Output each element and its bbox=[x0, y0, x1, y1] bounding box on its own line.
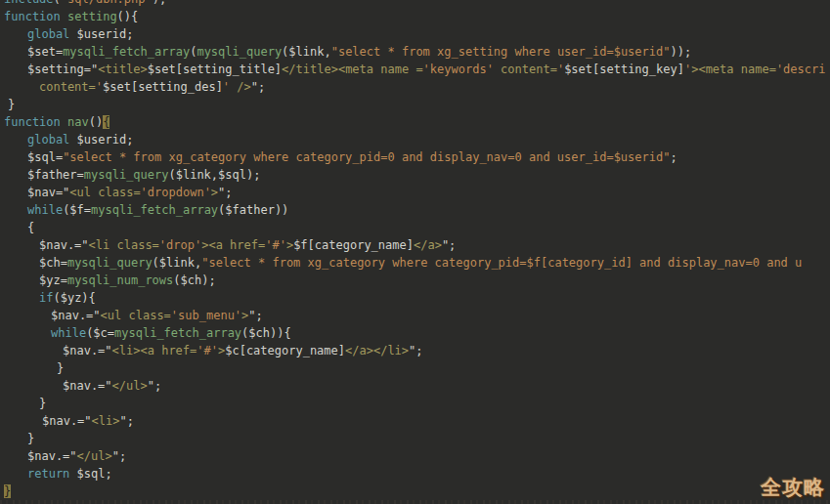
code-token-tag: /> bbox=[230, 80, 251, 94]
code-token-tag: </title><meta name = bbox=[282, 63, 423, 76]
code-token-plain: $userid; bbox=[77, 27, 134, 41]
code-token-keyword: while bbox=[51, 326, 86, 340]
code-token-tag: <ul class= bbox=[101, 309, 171, 322]
code-line: $nav.="<ul class='sub_menu'>"; bbox=[4, 307, 830, 324]
code-token-keyword: global bbox=[27, 133, 77, 147]
code-token-plain: $setting=" bbox=[27, 63, 98, 76]
code-token-tag: </a> bbox=[414, 238, 442, 252]
code-token-plain: } bbox=[8, 98, 15, 111]
code-token-plain: ($link,$sql); bbox=[169, 168, 261, 182]
code-line: $nav.="<li>"; bbox=[4, 412, 830, 430]
watermark: 全攻略 bbox=[761, 474, 825, 501]
code-token-plain: ($yz){ bbox=[53, 291, 95, 305]
code-line: while($c=mysqli_fetch_array($ch)){ bbox=[4, 324, 830, 342]
code-token-plain: "; bbox=[112, 449, 126, 463]
code-line: } bbox=[4, 96, 830, 113]
code-token-plain: ($link, bbox=[282, 45, 331, 59]
code-token-plain: (){ bbox=[117, 10, 139, 23]
code-line: global $userid; bbox=[4, 25, 830, 43]
code-line: $father=mysqli_query($link,$sql); bbox=[4, 166, 830, 184]
code-token-keyword: global bbox=[27, 27, 77, 41]
code-token-tag: </ul> bbox=[77, 449, 112, 463]
code-token-plain: $c[category_name] bbox=[225, 344, 345, 357]
code-token-plain: $nav=" bbox=[27, 186, 69, 199]
code-token-tag: <title> bbox=[98, 63, 148, 76]
code-token-tag: <li class= bbox=[89, 238, 159, 252]
code-token-plain: "; bbox=[119, 414, 133, 428]
matched-bracket: } bbox=[4, 484, 11, 498]
code-token-plain: "; bbox=[442, 238, 456, 252]
code-token-keyword: function bbox=[4, 115, 67, 129]
code-token-plain: ($c= bbox=[86, 326, 114, 340]
code-token-plain: $nav.=" bbox=[63, 379, 112, 393]
code-line: global $userid; bbox=[4, 131, 830, 148]
code-line: } bbox=[4, 359, 830, 377]
code-token-plain: "; bbox=[409, 344, 422, 357]
code-token-tag: <li> bbox=[92, 414, 120, 428]
code-token-plain: "; bbox=[251, 80, 265, 94]
code-token-string: "select * from xg_category where categor… bbox=[63, 150, 670, 164]
code-token-plain: () bbox=[89, 115, 103, 129]
code-token-plain: )); bbox=[670, 45, 691, 59]
code-token-plain: ($ch); bbox=[173, 273, 215, 287]
code-line: } bbox=[4, 430, 830, 447]
code-token-plain: ( bbox=[54, 0, 61, 6]
code-token-function: setting bbox=[67, 10, 117, 23]
code-token-function: mysqli_fetch_array bbox=[91, 203, 218, 217]
code-token-function: mysqli_query bbox=[67, 256, 153, 270]
code-token-plain: } bbox=[27, 432, 34, 445]
code-token-function: mysqli_query bbox=[84, 168, 169, 182]
code-token-tag: <li><a href= bbox=[112, 344, 197, 357]
code-token-plain: $nav.=" bbox=[63, 344, 112, 357]
code-token-tag: <ul class= bbox=[69, 186, 140, 199]
code-token-plain: ($father)) bbox=[218, 203, 288, 217]
code-token-tag: content= bbox=[39, 80, 96, 94]
code-token-plain: $nav.=" bbox=[42, 414, 92, 428]
code-token-tag: </ul> bbox=[112, 379, 148, 393]
code-line: $set=mysqli_fetch_array(mysqli_query($li… bbox=[4, 43, 830, 61]
code-line: $nav.="<li class='drop'><a href='#'>$f[c… bbox=[4, 236, 830, 254]
code-token-plain: $userid; bbox=[77, 133, 134, 147]
code-token-function: mysqli_query bbox=[197, 45, 282, 59]
code-token-plain: $nav.=" bbox=[51, 309, 101, 322]
code-token-keyword: include bbox=[4, 0, 54, 6]
matched-bracket: { bbox=[103, 115, 109, 129]
code-token-string: ' bbox=[223, 80, 230, 94]
code-token-function: mysqli_fetch_array bbox=[114, 326, 241, 340]
code-token-string: 'dropdown' bbox=[141, 186, 211, 199]
code-line: $yz=mysqli_num_rows($ch); bbox=[4, 272, 830, 289]
code-token-string: 'descri bbox=[776, 63, 826, 76]
code-token-keyword: if bbox=[39, 291, 53, 305]
code-area[interactable]: include('sql/dbh.php');function setting(… bbox=[4, 0, 830, 500]
code-token-keyword: while bbox=[27, 203, 63, 217]
code-token-string: 'sub_menu' bbox=[171, 309, 241, 322]
code-token-plain: "; bbox=[248, 309, 262, 322]
clipped-bottom-line bbox=[0, 500, 830, 504]
code-line: function setting(){ bbox=[4, 8, 830, 25]
code-token-plain: $ch= bbox=[39, 256, 67, 270]
code-token-function: mysqli_fetch_array bbox=[63, 45, 190, 59]
code-token-plain: $nav.=" bbox=[27, 449, 77, 463]
code-token-plain: ; bbox=[670, 150, 677, 164]
code-token-string: "select * from xg_setting where user_id=… bbox=[331, 45, 671, 59]
code-token-plain: $f[category_name] bbox=[293, 238, 414, 252]
editor-background: { "watermark": "全攻略", "colors": { "backg… bbox=[0, 0, 830, 504]
code-line: if($yz){ bbox=[4, 289, 830, 307]
code-token-plain: ); bbox=[153, 0, 166, 6]
code-token-string: "select * from xg_category where categor… bbox=[201, 256, 802, 270]
code-token-tag: ><a href= bbox=[201, 238, 265, 252]
code-token-plain: $father= bbox=[27, 168, 84, 182]
code-line: content='$set[setting_des]' />"; bbox=[4, 78, 830, 96]
code-token-string: 'drop' bbox=[159, 238, 201, 252]
code-line: $nav="<ul class='dropdown'>"; bbox=[4, 184, 830, 201]
code-line: $nav.="</ul>"; bbox=[4, 377, 830, 395]
code-token-plain: $yz= bbox=[39, 273, 67, 287]
code-token-string: ' bbox=[96, 80, 103, 94]
code-token-plain: $set[setting_des] bbox=[103, 80, 223, 94]
code-token-string: 'sql/dbh.php' bbox=[61, 0, 153, 6]
code-line: while($f=mysqli_fetch_array($father)) bbox=[4, 201, 830, 219]
code-token-function: mysqli_num_rows bbox=[67, 273, 173, 287]
code-token-plain: $set[setting_key] bbox=[564, 63, 684, 76]
code-token-plain: $set= bbox=[27, 45, 63, 59]
code-line: include('sql/dbh.php'); bbox=[4, 0, 830, 8]
